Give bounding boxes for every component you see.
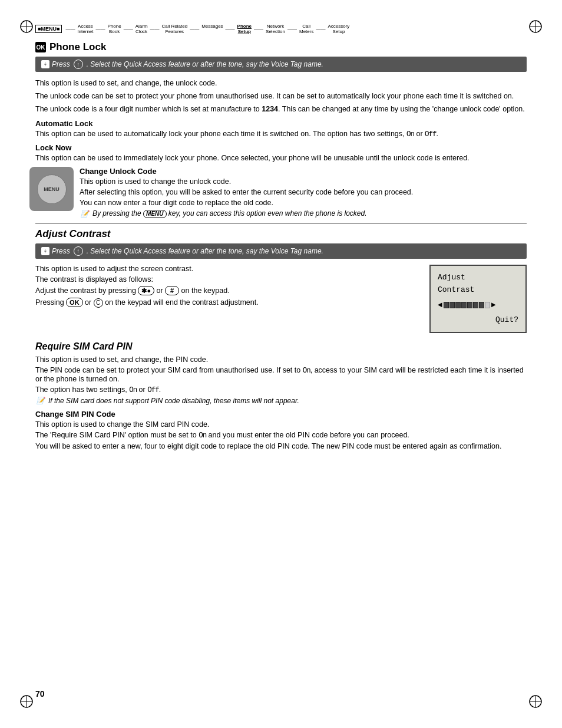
screen-mockup: Adjust Contrast ◄ ► Quit? — [429, 265, 527, 333]
nav-item-call-related: Call Related Features — [162, 24, 188, 34]
menu-button-illustration: MENU — [29, 167, 74, 211]
change-unlock-heading: Change Unlock Code — [80, 167, 527, 176]
nav-item-access-internet: Access Internet — [77, 24, 93, 34]
automatic-lock-heading: Automatic Lock — [35, 119, 527, 128]
ok-button-inline: OK — [66, 298, 83, 307]
adjust-contrast-section: Adjust Contrast ◄ ► Quit? This opti — [35, 265, 527, 335]
require-sim-title: Require SIM Card PIN — [35, 341, 527, 352]
automatic-lock-section: Automatic Lock This option can be used t… — [35, 119, 527, 139]
menu-key-inline: MENU — [143, 210, 166, 218]
sim-note: 📝 If the SIM card does not support PIN c… — [35, 397, 527, 405]
sim-pin-para-3: You will be asked to enter a new, four t… — [35, 442, 527, 450]
ok-icon: OK — [35, 42, 46, 52]
change-unlock-section: MENU Change Unlock Code This option is u… — [35, 167, 527, 218]
require-sim-section: Require SIM Card PIN This option is used… — [35, 341, 527, 450]
change-unlock-para-1: This option is used to change the unlock… — [80, 177, 527, 186]
nav-item-phone-setup: Phone Setup — [237, 24, 252, 34]
sim-pin-para-2: The 'Require SIM Card PIN' option must b… — [35, 431, 527, 440]
change-unlock-para-2: After selecting this option, you will be… — [80, 188, 527, 196]
bar-segments — [444, 302, 490, 308]
change-unlock-para-3: You can now enter a four digit code to r… — [80, 199, 527, 207]
press-label-2: Press — [52, 247, 70, 255]
note-icon-2: 📝 — [35, 397, 46, 405]
phone-lock-heading: Phone Lock — [49, 41, 106, 53]
nav-item-messages: Messages — [201, 24, 223, 34]
nav-bar: ■MENU■ —— Access Internet —— Phone Book … — [35, 24, 527, 34]
phone-lock-title: OK Phone Lock — [35, 41, 527, 53]
menu-button-circle: MENU — [37, 174, 67, 204]
screen-line1: Adjust — [438, 272, 518, 284]
press-label-1: Press — [52, 60, 70, 68]
nav-item-network-selection: Network Selection — [266, 24, 285, 34]
adjust-para-3: Adjust the contrast by pressing ✱● or # … — [35, 286, 421, 296]
nav-item-alarm-clock: Alarm Clock — [135, 24, 148, 34]
quick-access-bar-2: Press ↑ . Select the Quick Access featur… — [35, 243, 527, 259]
sim-para-1: This option is used to set, and change, … — [35, 355, 527, 364]
lock-now-text: This option can be used to immediately l… — [35, 154, 527, 162]
sim-para-3: The option has two settings, On or Off. — [35, 386, 527, 394]
page-container: ■MENU■ —— Access Internet —— Phone Book … — [0, 0, 562, 728]
screen-line2: Contrast — [438, 284, 518, 296]
c-button-inline: C — [94, 298, 103, 308]
automatic-lock-text: This option can be used to automatically… — [35, 130, 527, 139]
quick-access-bar-1: Press ↑ . Select the Quick Access featur… — [35, 57, 527, 72]
nav-menu-label: ■MENU■ — [35, 25, 62, 33]
change-unlock-content: Change Unlock Code This option is used t… — [80, 167, 527, 218]
adjust-contrast-title: Adjust Contrast — [35, 228, 527, 240]
hash-button: # — [165, 286, 179, 295]
page-number: 70 — [35, 689, 45, 699]
adjust-contrast-text: This option is used to adjust the screen… — [35, 265, 421, 308]
note-icon-1: 📝 — [80, 209, 90, 218]
star-button: ✱● — [138, 286, 154, 295]
lock-now-heading: Lock Now — [35, 143, 527, 152]
adjust-para-4: Pressing OK or C on the keypad will end … — [35, 298, 421, 308]
phone-lock-para-2: The unlock code can be set to protect yo… — [35, 91, 527, 101]
phone-lock-content: This option is used to set, and change, … — [35, 78, 527, 114]
sim-para-2: The PIN code can be set to protect your … — [35, 366, 527, 383]
sim-note-text: If the SIM card does not support PIN cod… — [48, 397, 299, 405]
adjust-contrast-heading: Adjust Contrast — [35, 228, 111, 240]
change-sim-pin-heading: Change SIM PIN Code — [35, 410, 527, 419]
divider-1 — [35, 223, 527, 223]
lightning-icon — [41, 60, 49, 68]
qa-description-1: . Select the Quick Access feature or aft… — [87, 60, 323, 68]
corner-mark-bl — [18, 693, 35, 710]
screen-quit: Quit? — [438, 314, 518, 326]
phone-lock-para-1: This option is used to set, and change, … — [35, 78, 527, 88]
adjust-para-1: This option is used to adjust the screen… — [35, 265, 421, 273]
nav-item-phone-book: Phone Book — [108, 24, 121, 34]
phone-lock-para-3: The unlock code is a four digit number w… — [35, 104, 527, 114]
screen-contrast-bar: ◄ ► — [438, 299, 518, 311]
lock-now-section: Lock Now This option can be used to imme… — [35, 143, 527, 162]
nav-item-call-meters: Call Meters — [299, 24, 313, 34]
corner-mark-tr — [527, 18, 544, 35]
svg-marker-13 — [44, 249, 47, 253]
corner-mark-tl — [18, 18, 35, 35]
lightning-icon-2 — [41, 247, 49, 255]
corner-mark-br — [527, 693, 544, 710]
nav-item-accessory-setup: Accessory Setup — [328, 24, 349, 34]
change-unlock-note: 📝 By pressing the MENU key, you can acce… — [80, 209, 527, 218]
nav-arrow-0: —— — [65, 27, 75, 32]
sim-pin-para-1: This option is used to change the SIM ca… — [35, 420, 527, 429]
qa-description-2: . Select the Quick Access feature or aft… — [87, 247, 323, 255]
adjust-para-2: The contrast is displayed as follows: — [35, 275, 421, 284]
up-button-1: ↑ — [74, 60, 83, 69]
svg-marker-12 — [44, 62, 47, 67]
default-code: 1234 — [262, 105, 278, 113]
up-button-2: ↑ — [74, 246, 83, 256]
